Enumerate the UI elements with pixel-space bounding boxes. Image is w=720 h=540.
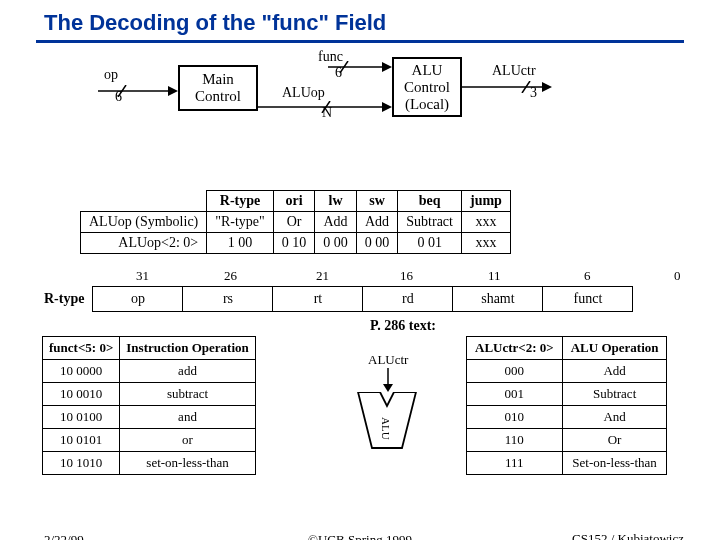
aluop-label: ALUop [282, 85, 325, 101]
cell: 10 0000 [43, 360, 120, 383]
bit: 26 [224, 268, 237, 284]
title-rule [36, 40, 684, 43]
rtype-label: R-type [44, 287, 93, 312]
col-hdr: jump [461, 191, 510, 212]
alu-text: ALU [380, 417, 392, 440]
cell: 0 10 [273, 233, 315, 254]
bit: 11 [488, 268, 501, 284]
bit: 31 [136, 268, 149, 284]
footer-ref1: CS152 / Kubiatowicz [572, 531, 684, 540]
cell: 0 01 [398, 233, 462, 254]
svg-marker-10 [542, 82, 552, 92]
cell: 10 0100 [43, 406, 120, 429]
cell: add [120, 360, 255, 383]
row-hdr: ALUop (Symbolic) [81, 212, 207, 233]
footer-ref: CS152 / Kubiatowicz Lec8.25 [572, 532, 684, 540]
block-diagram: op 6 Main Control func 6 ALUop N ALU Con… [0, 49, 720, 167]
aluop-table: R-type ori lw sw beq jump ALUop (Symboli… [80, 190, 511, 254]
col-hdr: ALU Operation [562, 337, 667, 360]
field: shamt [453, 287, 543, 312]
cell: 000 [467, 360, 563, 383]
arrow-aluctr [462, 81, 552, 93]
funct-table: funct<5: 0>Instruction Operation 10 0000… [42, 336, 256, 475]
bit: 6 [584, 268, 591, 284]
cell: subtract [120, 383, 255, 406]
row-hdr: ALUop<2: 0> [81, 233, 207, 254]
aluctr2-label: ALUctr [368, 352, 408, 368]
alu-symbol-area: ALUctr ALU [322, 352, 452, 452]
svg-marker-4 [382, 62, 392, 72]
alu-shape-icon: ALU [354, 392, 420, 452]
bit: 21 [316, 268, 329, 284]
cell: 10 1010 [43, 452, 120, 475]
cell: 0 00 [315, 233, 357, 254]
cell: Set-on-less-than [562, 452, 667, 475]
col-hdr: lw [315, 191, 357, 212]
page-ref: P. 286 text: [370, 318, 436, 334]
cell: "R-type" [207, 212, 274, 233]
cell: and [120, 406, 255, 429]
aluctr-table: ALUctr<2: 0>ALU Operation 000Add 001Subt… [466, 336, 667, 475]
cell: Or [562, 429, 667, 452]
cell: set-on-less-than [120, 452, 255, 475]
field: rd [363, 287, 453, 312]
cell: 10 0010 [43, 383, 120, 406]
arrow-func [328, 61, 392, 73]
cell: 1 00 [207, 233, 274, 254]
alu-control-box: ALU Control (Local) [392, 57, 462, 117]
cell: 010 [467, 406, 563, 429]
cell: Subtract [398, 212, 462, 233]
cell: 001 [467, 383, 563, 406]
cell: Add [315, 212, 357, 233]
cell: 10 0101 [43, 429, 120, 452]
cell: Add [356, 212, 398, 233]
cell: 111 [467, 452, 563, 475]
cell: or [120, 429, 255, 452]
col-hdr: sw [356, 191, 398, 212]
arrow-aluop [258, 101, 392, 113]
col-hdr: funct<5: 0> [43, 337, 120, 360]
field: funct [543, 287, 633, 312]
cell: 0 00 [356, 233, 398, 254]
instruction-format: R-type op rs rt rd shamt funct [44, 286, 633, 312]
svg-marker-1 [168, 86, 178, 96]
col-hdr: beq [398, 191, 462, 212]
arrow-down-icon [382, 368, 394, 392]
svg-marker-7 [382, 102, 392, 112]
cell: xxx [461, 233, 510, 254]
cell: 110 [467, 429, 563, 452]
cell: xxx [461, 212, 510, 233]
main-control-box: Main Control [178, 65, 258, 111]
field: rs [183, 287, 273, 312]
col-hdr: R-type [207, 191, 274, 212]
cell: Subtract [562, 383, 667, 406]
arrow-op [98, 85, 178, 97]
cell: Or [273, 212, 315, 233]
op-label: op [104, 67, 118, 83]
aluctr-label: ALUctr [492, 63, 536, 79]
field: rt [273, 287, 363, 312]
col-hdr: ori [273, 191, 315, 212]
bit: 0 [674, 268, 681, 284]
col-hdr: Instruction Operation [120, 337, 255, 360]
page-title: The Decoding of the "func" Field [0, 0, 720, 40]
bit: 16 [400, 268, 413, 284]
cell: Add [562, 360, 667, 383]
field: op [93, 287, 183, 312]
cell: And [562, 406, 667, 429]
col-hdr: ALUctr<2: 0> [467, 337, 563, 360]
svg-marker-13 [383, 384, 393, 392]
